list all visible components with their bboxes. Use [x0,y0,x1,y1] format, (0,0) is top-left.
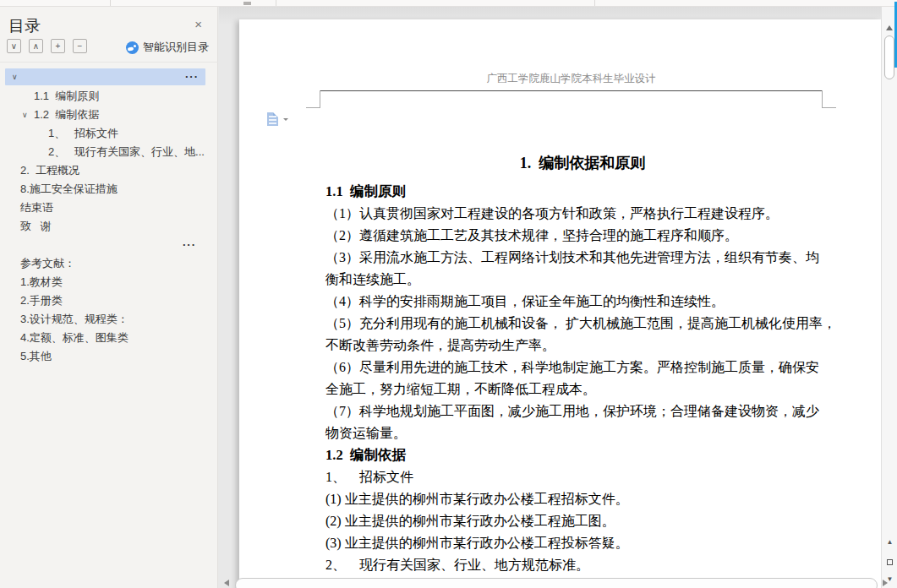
smart-recognize-button[interactable]: 智能识别目录 [126,40,209,55]
toc-item-selected[interactable]: ∨··· [5,68,205,85]
document-page[interactable]: 广西工学院鹿山学院本科生毕业设计 1. 编制依据和原则1.1 编制原则（1）认真… [239,19,881,588]
strip-separator [276,0,276,6]
select-browse-object-icon[interactable] [887,559,893,565]
paragraph-line: （7）科学地规划施工平面图，减少施工用地，保护环境；合理储备建设物资，减少 [325,400,840,422]
toc-item[interactable]: 5.其他 [0,347,218,366]
margin-crop-mark [306,107,320,108]
scroll-left-icon[interactable] [221,580,229,586]
scroll-right-icon[interactable] [883,580,891,586]
collapse-all-button[interactable]: − [73,39,87,53]
app-window: 目录 × ∨∧+− 智能识别目录 ∨···1.1 编制原则∨1.2 编制依据1、… [0,0,897,588]
toc-item[interactable]: 2. 工程概况 [0,161,218,180]
toc-item[interactable]: 1.1 编制原则 [0,87,218,106]
paragraph-line: （2）遵循建筑施工工艺及其技术规律，坚持合理的施工程序和顺序。 [325,225,840,247]
vertical-scrollbar[interactable]: ▲ ▼ [881,7,897,588]
toc-item-label: 5.其他 [0,347,52,366]
paragraph-line: 不断改善劳动条件，提高劳动生产率。 [325,335,840,357]
scroll-up-icon[interactable] [886,22,893,30]
toc-item[interactable]: 4.定额、标准、图集类 [0,329,218,347]
toc-item[interactable]: ∨1.2 编制依据 [0,106,218,124]
document-text: 1. 编制依据和原则1.1 编制原则（1）认真贯彻国家对工程建设的各项方针和政策… [325,150,840,588]
toc-item[interactable]: 1.教材类 [0,273,218,291]
margin-crop-mark [320,90,320,108]
vertical-scrollbar-thumb[interactable] [884,35,894,79]
divider [0,62,218,63]
horizontal-scrollbar[interactable] [235,578,878,588]
margin-crop-mark [823,107,836,108]
collapse-up-button[interactable]: ∧ [29,39,43,53]
paragraph-line: （1）认真贯彻国家对工程建设的各项方针和政策，严格执行工程建设程序。 [325,203,840,225]
section-heading: 1.1 编制原则 [325,181,840,203]
toc-item[interactable]: 2.手册类 [0,291,218,310]
toc-item-label: 参考文献： [0,254,75,273]
paragraph-line: 1、 招标文件 [325,466,840,488]
document-icon [267,112,278,126]
paragraph-line: （6）尽量利用先进的施工技术，科学地制定施工方案。严格控制施工质量，确保安 [325,357,840,378]
toc-more-button[interactable]: ··· [0,236,218,254]
paragraph-line: （5）充分利用现有的施工机械和设备， 扩大机械施工范围，提高施工机械化使用率， [325,313,840,335]
expand-down-button[interactable]: ∨ [7,39,21,53]
chevron-down-icon[interactable]: ∨ [12,68,18,85]
header-rule [320,90,823,91]
document-title: 1. 编制依据和原则 [325,150,840,181]
ribbon-bottom-strip [0,0,897,7]
toc-item[interactable]: 结束语 [0,199,218,217]
toc-toolbar: ∨∧+− [7,39,87,53]
toc-item-label: 4.定额、标准、图集类 [0,329,129,347]
toc-item[interactable]: 2、 现行有关国家、行业、地... [0,143,218,161]
smart-recognize-label: 智能识别目录 [143,40,209,55]
toc-item[interactable]: 致 谢 [0,217,218,236]
close-icon[interactable]: × [194,17,202,31]
paragraph-line: （3）采用流水施工方法、工程网络计划技术和其他先进管理方法，组织有节奏、均 [325,247,840,269]
toc-item[interactable]: 参考文献： [0,254,218,273]
expand-all-button[interactable]: + [51,39,65,53]
paragraph-line: 衡和连续施工。 [325,269,840,291]
toc-item[interactable]: 8.施工安全保证措施 [0,180,218,199]
toc-list: ∨···1.1 编制原则∨1.2 编制依据1、 招标文件2、 现行有关国家、行业… [0,68,218,366]
toc-item-label: 8.施工安全保证措施 [0,180,118,199]
toc-item-label: 1.教材类 [0,273,63,291]
previous-page-icon[interactable]: ▲ [885,537,894,547]
strip-separator [110,0,111,6]
page-header-text: 广西工学院鹿山学院本科生毕业设计 [320,72,823,86]
paragraph-line: (2) 业主提供的柳州市某行政办公楼工程施工图。 [325,510,840,532]
chevron-down-icon [283,118,288,123]
toc-item-label: 结束语 [0,199,53,217]
strip-separator [594,0,595,6]
toc-panel: 目录 × ∨∧+− 智能识别目录 ∨···1.1 编制原则∨1.2 编制依据1、… [0,7,218,588]
toc-item-label: 2. 工程概况 [0,161,79,180]
paragraph-line: 全施工，努力缩短工期，不断降低工程成本。 [325,378,840,400]
heading-options-button[interactable] [267,112,288,126]
toc-item-label: 1、 招标文件 [0,124,118,143]
more-options-icon[interactable]: ··· [185,68,199,85]
toc-panel-title: 目录 [8,15,41,37]
toc-item-label: 1.2 编制依据 [0,106,99,124]
margin-crop-mark [822,90,823,108]
section-heading: 1.2 编制依据 [325,444,840,466]
paragraph-line: (3) 业主提供的柳州市某行政办公楼工程投标答疑。 [325,532,840,554]
chevron-down-icon[interactable]: ∨ [22,106,28,124]
paragraph-line: 2、 现行有关国家、行业、地方规范标准。 [325,554,840,576]
toc-item-label: 3.设计规范、规程类： [0,310,129,329]
ruler-grip [243,2,251,5]
document-canvas: 广西工学院鹿山学院本科生毕业设计 1. 编制依据和原则1.1 编制原则（1）认真… [219,7,881,588]
ai-robot-icon [126,41,139,54]
paragraph-line: （4）科学的安排雨期施工项目，保证全年施工的均衡性和连续性。 [325,291,840,313]
toc-item-label: 2.手册类 [0,291,63,310]
toc-item[interactable]: 3.设计规范、规程类： [0,310,218,329]
toc-item-label: 致 谢 [0,217,52,236]
paragraph-line: 物资运输量。 [325,422,840,444]
toc-item-label: 1.1 编制原则 [0,87,99,106]
toc-item[interactable]: 1、 招标文件 [0,124,218,143]
paragraph-line: (1) 业主提供的柳州市某行政办公楼工程招标文件。 [325,488,840,510]
toc-item-label: 2、 现行有关国家、行业、地... [0,143,205,161]
